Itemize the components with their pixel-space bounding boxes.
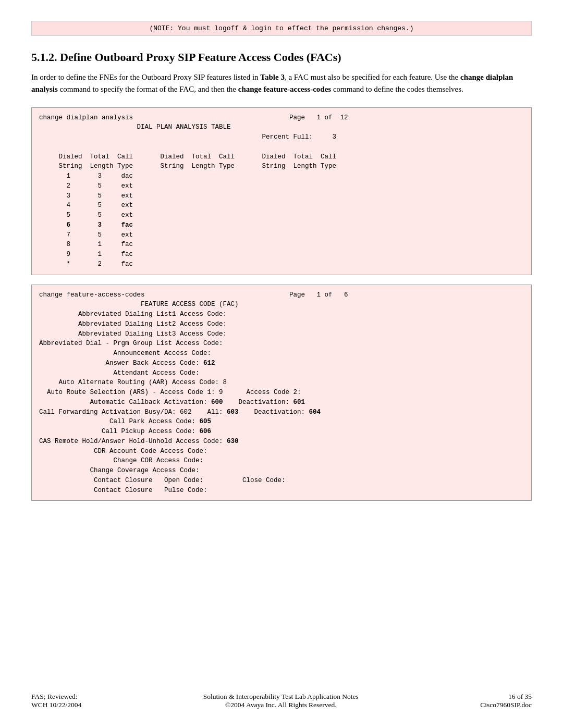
footer-right-line1: 16 of 35 (480, 693, 532, 701)
dialplan-box: change dialplan analysis Page 1 of 12 DI… (31, 107, 532, 275)
note-text: (NOTE: You must logoff & login to effect… (149, 24, 413, 32)
footer-left-line2: WCH 10/22/2004 (31, 701, 81, 709)
footer-center-line2: ©2004 Avaya Inc. All Rights Reserved. (203, 701, 359, 709)
footer-left: FAS; Reviewed: WCH 10/22/2004 (31, 693, 81, 709)
footer-left-line1: FAS; Reviewed: (31, 693, 81, 701)
intro-paragraph: In order to define the FNEs for the Outb… (31, 71, 532, 96)
note-box: (NOTE: You must logoff & login to effect… (31, 21, 532, 36)
footer-right-line2: Cisco7960SIP.doc (480, 701, 532, 709)
fac-box: change feature-access-codes Page 1 of 6 … (31, 285, 532, 501)
section-heading: 5.1.2. Define Outboard Proxy SIP Feature… (31, 51, 532, 64)
footer-right: 16 of 35 Cisco7960SIP.doc (480, 693, 532, 709)
footer-center: Solution & Interoperability Test Lab App… (203, 693, 359, 709)
footer: FAS; Reviewed: WCH 10/22/2004 Solution &… (31, 693, 532, 709)
footer-center-line1: Solution & Interoperability Test Lab App… (203, 693, 359, 701)
